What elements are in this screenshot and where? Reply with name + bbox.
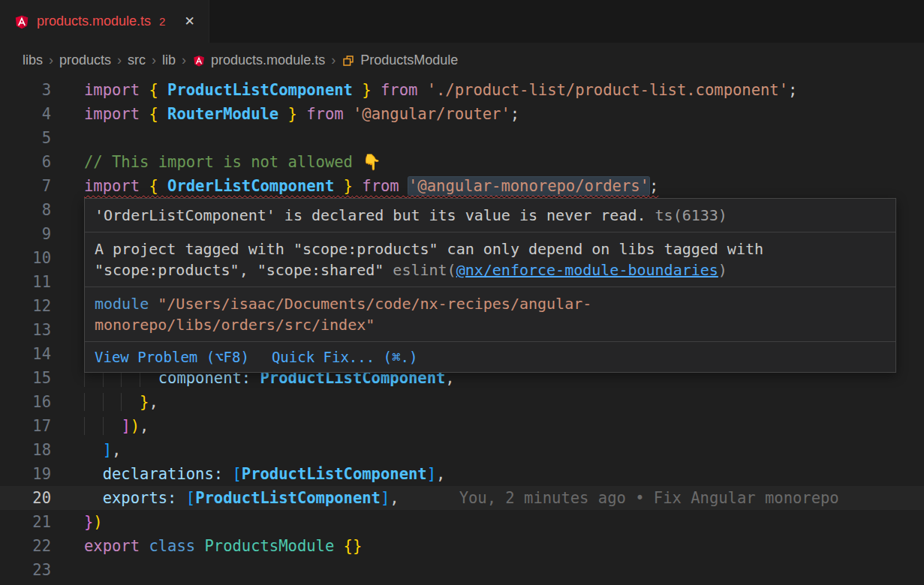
code-content: ]), bbox=[51, 414, 149, 438]
breadcrumb-label: products.module.ts bbox=[211, 52, 325, 68]
code-line[interactable]: 18 ], bbox=[0, 438, 924, 462]
code-content: ], bbox=[51, 438, 121, 462]
hover-text: module bbox=[95, 295, 149, 313]
code-line[interactable]: 21}) bbox=[0, 510, 924, 534]
breadcrumb-separator: › bbox=[111, 52, 128, 68]
breadcrumb-item-products[interactable]: products bbox=[59, 52, 111, 68]
hover-text: ) bbox=[718, 261, 727, 279]
line-number[interactable]: 18 bbox=[0, 438, 51, 462]
code-line[interactable]: 4import { RouterModule } from '@angular/… bbox=[0, 102, 924, 126]
code-token bbox=[140, 81, 149, 99]
code-token: { bbox=[149, 177, 158, 195]
breadcrumb-item-symbol[interactable]: ProductsModule bbox=[342, 52, 458, 68]
code-line[interactable]: 6// This import is not allowed 👇 bbox=[0, 150, 924, 174]
tab-title: products.module.ts bbox=[37, 14, 151, 29]
code-line[interactable]: 20 exports: [ProductListComponent],You, … bbox=[0, 486, 924, 510]
code-token: ; bbox=[649, 177, 658, 195]
line-number[interactable]: 6 bbox=[0, 150, 51, 174]
code-line[interactable]: 22export class ProductsModule {} bbox=[0, 534, 924, 558]
code-token bbox=[121, 393, 140, 411]
code-token bbox=[334, 537, 343, 555]
code-token: from bbox=[306, 105, 343, 123]
git-blame-annotation: You, 2 minutes ago • Fix Angular monorep… bbox=[459, 489, 839, 507]
code-line[interactable]: 7import { OrderListComponent } from '@an… bbox=[0, 174, 924, 198]
line-number[interactable]: 20 bbox=[0, 486, 51, 510]
code-token: import bbox=[84, 105, 140, 123]
code-token: } bbox=[344, 177, 353, 195]
code-content: declarations: [ProductListComponent], bbox=[51, 462, 445, 486]
view-problem-link[interactable]: View Problem (⌥F8) bbox=[95, 346, 249, 368]
line-number[interactable]: 9 bbox=[0, 222, 51, 246]
hover-popup: 'OrderListComponent' is declared but its… bbox=[84, 198, 896, 373]
code-token: '@angular-monorepo/orders' bbox=[408, 177, 649, 195]
code-line[interactable]: 5 bbox=[0, 126, 924, 150]
code-token bbox=[278, 105, 287, 123]
tab-close-icon[interactable]: ✕ bbox=[184, 14, 194, 29]
code-line[interactable]: 17 ]), bbox=[0, 414, 924, 438]
code-token bbox=[399, 177, 408, 195]
code-token: ] bbox=[427, 465, 436, 483]
line-number[interactable]: 17 bbox=[0, 414, 51, 438]
code-token bbox=[353, 177, 362, 195]
line-number[interactable]: 3 bbox=[0, 78, 51, 102]
code-token: , bbox=[390, 489, 399, 507]
breadcrumb-item-file[interactable]: products.module.ts bbox=[192, 52, 325, 68]
breadcrumb-label: src bbox=[128, 52, 146, 68]
breadcrumb-separator: › bbox=[43, 52, 59, 68]
breadcrumb-item-libs[interactable]: libs bbox=[23, 52, 43, 68]
code-line[interactable]: 16 }, bbox=[0, 390, 924, 414]
code-content bbox=[51, 294, 84, 318]
tab-problem-count: 2 bbox=[159, 15, 165, 28]
hover-row: 'OrderListComponent' is declared but its… bbox=[95, 205, 886, 226]
code-token bbox=[372, 81, 381, 99]
breadcrumb-label: products bbox=[59, 52, 111, 68]
line-number[interactable]: 16 bbox=[0, 390, 51, 414]
code-token: declarations: bbox=[103, 465, 223, 483]
line-number[interactable]: 5 bbox=[0, 126, 51, 150]
code-token: ProductListComponent bbox=[242, 465, 427, 483]
hover-text: ts(6133) bbox=[646, 206, 727, 224]
code-token: class bbox=[149, 537, 195, 555]
code-token bbox=[417, 81, 426, 99]
code-token bbox=[158, 105, 167, 123]
line-number[interactable]: 19 bbox=[0, 462, 51, 486]
code-line[interactable]: 19 declarations: [ProductListComponent], bbox=[0, 462, 924, 486]
line-number[interactable]: 22 bbox=[0, 534, 51, 558]
code-line[interactable]: 23 bbox=[0, 558, 924, 582]
code-content: import { OrderListComponent } from '@ang… bbox=[51, 174, 658, 198]
code-line[interactable]: 3import { ProductListComponent } from '.… bbox=[0, 78, 924, 102]
line-number[interactable]: 14 bbox=[0, 342, 51, 366]
line-number[interactable]: 15 bbox=[0, 366, 51, 390]
code-token: import bbox=[84, 177, 140, 195]
code-token bbox=[84, 489, 103, 507]
breadcrumb-item-src[interactable]: src bbox=[128, 52, 146, 68]
eslint-rule-link[interactable]: @nx/enforce-module-boundaries bbox=[456, 261, 718, 279]
angular-icon bbox=[192, 54, 206, 68]
tab-products-module[interactable]: products.module.ts 2 ✕ bbox=[0, 0, 209, 43]
tab-bar: products.module.ts 2 ✕ bbox=[0, 0, 924, 43]
line-number[interactable]: 10 bbox=[0, 246, 51, 270]
code-token bbox=[84, 441, 103, 459]
line-number[interactable]: 23 bbox=[0, 558, 51, 582]
quick-fix-link[interactable]: Quick Fix... (⌘.) bbox=[272, 346, 417, 368]
hover-actions: View Problem (⌥F8) Quick Fix... (⌘.) bbox=[85, 342, 895, 372]
code-content bbox=[51, 270, 84, 294]
breadcrumb-item-lib[interactable]: lib bbox=[162, 52, 176, 68]
code-content: exports: [ProductListComponent],You, 2 m… bbox=[51, 486, 839, 510]
line-number[interactable]: 21 bbox=[0, 510, 51, 534]
code-token: ; bbox=[788, 81, 797, 99]
line-number[interactable]: 8 bbox=[0, 198, 51, 222]
hover-section-3: module "/Users/isaac/Documents/code/nx-r… bbox=[85, 287, 895, 342]
line-number[interactable]: 4 bbox=[0, 102, 51, 126]
code-token bbox=[84, 393, 103, 411]
line-number[interactable]: 7 bbox=[0, 174, 51, 198]
code-token: [ bbox=[232, 465, 241, 483]
code-token bbox=[176, 489, 185, 507]
line-number[interactable]: 13 bbox=[0, 318, 51, 342]
line-number[interactable]: 12 bbox=[0, 294, 51, 318]
code-token bbox=[103, 393, 122, 411]
line-number[interactable]: 11 bbox=[0, 270, 51, 294]
code-token bbox=[158, 81, 167, 99]
code-content bbox=[51, 246, 84, 270]
code-content: }) bbox=[51, 510, 103, 534]
